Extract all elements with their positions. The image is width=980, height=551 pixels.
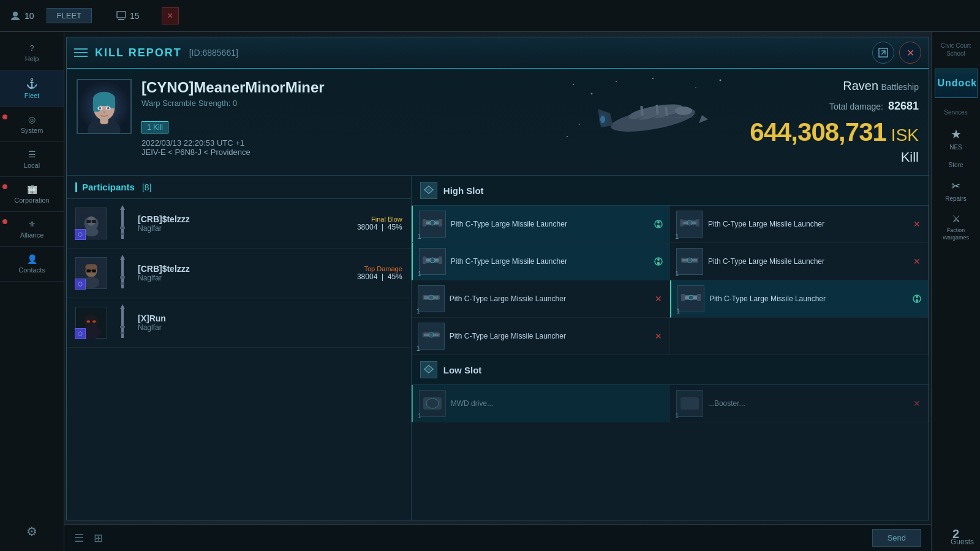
weapon-status-5	[912, 294, 922, 304]
svg-point-74	[657, 221, 660, 223]
sidebar-item-system[interactable]: ◎ System	[0, 107, 64, 142]
participant-avatar-1: ⬡	[75, 208, 107, 239]
export-button[interactable]	[872, 42, 894, 64]
sidebar-right-services[interactable]: Services	[935, 104, 978, 121]
sidebar-right-civic: Civic CourtSchool	[935, 37, 978, 62]
isk-value: 644,308,731	[750, 118, 886, 147]
svg-rect-80	[696, 219, 699, 227]
sidebar-right-store[interactable]: Store	[935, 157, 978, 173]
sidebar-right-repairs[interactable]: ✂ Repairs	[935, 174, 978, 207]
svg-rect-66	[120, 326, 125, 328]
svg-point-15	[99, 107, 101, 110]
export-icon	[878, 47, 889, 58]
weapon-item-3: 1 Pith C-Type Large Missile Launcher ✕	[670, 243, 929, 280]
svg-point-62	[86, 320, 90, 323]
weapon-item-4: 1 Pith C-Type Large Missile Launcher ✕	[412, 280, 670, 318]
svg-rect-58	[120, 276, 125, 279]
svg-point-24	[579, 124, 580, 125]
svg-line-4	[881, 51, 885, 54]
svg-point-87	[430, 258, 435, 263]
svg-rect-90	[657, 262, 660, 264]
alliance-dot	[2, 219, 7, 224]
svg-rect-47	[121, 233, 124, 235]
ship-image	[561, 75, 733, 161]
expand-icon: ⊞	[94, 531, 103, 545]
svg-rect-11	[93, 99, 100, 112]
weapon-qty-4: 1	[417, 307, 420, 315]
svg-rect-65	[121, 332, 124, 334]
weapon-item-1: 1 Pith C-Type Large Missile Launcher	[670, 206, 929, 243]
svg-rect-75	[657, 225, 660, 227]
weapon-status-6: ✕	[654, 331, 663, 341]
fleet-tab[interactable]: FLEET	[47, 8, 92, 23]
high-slot-icon	[420, 182, 437, 199]
svg-rect-70	[423, 219, 426, 227]
participant-info-2: [CRB]$telzzz Naglfar	[138, 264, 351, 282]
sidebar-item-contacts[interactable]: 👤 Contacts	[0, 247, 64, 282]
svg-point-0	[13, 12, 18, 17]
weapon-item-5: 1 Pith C-Type Large Missile Launcher	[670, 280, 929, 318]
weapon-name-5: Pith C-Type Large Missile Launcher	[709, 294, 907, 304]
participant-info-3: [X]Run Naglfar	[138, 313, 396, 332]
sidebar-right-nes[interactable]: ★ NES	[935, 122, 978, 156]
kill-type: Kill	[901, 149, 919, 165]
svg-point-81	[687, 220, 692, 225]
sidebar-right-faction-wargames[interactable]: ⚔ Faction Wargames	[935, 208, 978, 246]
weapon-status-4: ✕	[654, 294, 663, 304]
corp-badge-2: ⬡	[75, 279, 86, 290]
modal-header: KILL REPORT [ID:6885661] ✕	[67, 37, 929, 69]
svg-point-18	[573, 84, 574, 85]
sidebar-item-local[interactable]: ☰ Local	[0, 142, 64, 177]
undock-button[interactable]: Undock	[935, 69, 978, 98]
participant-name-2: [CRB]$telzzz	[138, 264, 351, 274]
svg-rect-103	[697, 294, 701, 301]
svg-point-31	[600, 116, 605, 123]
svg-point-63	[92, 320, 96, 323]
window-icon	[116, 11, 126, 21]
close-top-button[interactable]: ×	[162, 7, 179, 24]
total-damage-value: 82681	[888, 100, 919, 113]
player-count: 10	[10, 10, 34, 21]
participants-header: Participants [8]	[67, 176, 411, 199]
participant-item-2: ⬡ [CRB]$telzzz Naglfar Top Damage	[67, 249, 411, 298]
svg-point-114	[426, 399, 439, 408]
svg-point-94	[687, 258, 692, 263]
close-modal-button[interactable]: ✕	[899, 42, 921, 64]
high-slot-header: High Slot	[412, 176, 929, 206]
svg-rect-79	[680, 219, 684, 227]
svg-point-21	[652, 78, 654, 79]
settings-button[interactable]: ⚙	[0, 517, 64, 546]
left-sidebar: ? Help ⚓ Fleet ◎ System ☰ Local 🏢 Corpor…	[0, 32, 64, 551]
bottom-bar: ☰ ⊞ Send	[64, 524, 931, 551]
sidebar-item-corporation[interactable]: 🏢 Corporation	[0, 177, 64, 212]
participant-info-1: [CRB]$telzzz Naglfar	[138, 214, 351, 233]
weapon-qty-3: 1	[675, 270, 679, 277]
system-dot	[2, 114, 7, 119]
kill-stats: Raven Battleship Total damage: 82681 644…	[750, 79, 919, 165]
weapons-grid: 1 Pith C-Type Large Missile Launcher	[412, 206, 929, 355]
participant-ship-2: Naglfar	[138, 274, 351, 282]
kill-report-modal: KILL REPORT [ID:6885661] ✕	[66, 37, 929, 520]
menu-icon[interactable]	[74, 48, 88, 57]
sidebar-item-fleet[interactable]: ⚓ Fleet	[0, 70, 64, 107]
final-blow-label: Final Blow	[357, 216, 402, 223]
participant-item-3: ⬡ [X]Run Naglfar	[67, 298, 411, 348]
panel-title-bar	[75, 182, 77, 192]
weapon-name-6: Pith C-Type Large Missile Launcher	[450, 331, 649, 342]
send-button[interactable]: Send	[872, 529, 921, 547]
participant-avatar-2: ⬡	[75, 257, 107, 289]
weapon-icon-item-6	[418, 323, 445, 350]
svg-point-98	[429, 295, 434, 300]
weapon-info-2: Pith C-Type Large Missile Launcher	[451, 257, 649, 267]
low-weapon-item-1: 1 ...Booster... ✕	[670, 385, 929, 422]
svg-rect-86	[439, 257, 442, 264]
weapon-info-5: Pith C-Type Large Missile Launcher	[709, 294, 907, 304]
sidebar-item-help[interactable]: ? Help	[0, 37, 64, 70]
corp-badge-3: ⬡	[75, 328, 86, 339]
kill-panels: Participants [8] ⬡	[67, 176, 929, 520]
weapon-qty-1: 1	[675, 233, 679, 240]
sidebar-item-alliance[interactable]: ⚜ Alliance	[0, 212, 64, 247]
svg-point-106	[916, 296, 918, 298]
weapon-name-3: Pith C-Type Large Missile Launcher	[708, 257, 907, 267]
kill-badge: 1 Kill	[141, 121, 168, 133]
